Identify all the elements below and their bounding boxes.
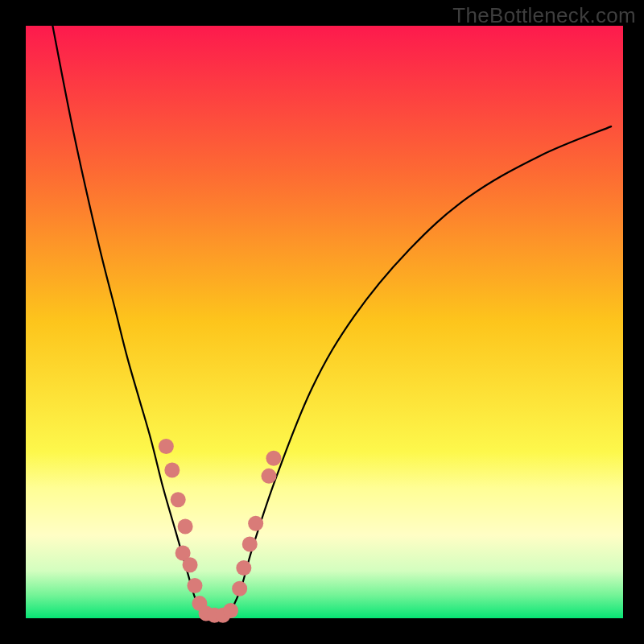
watermark-text: TheBottleneck.com [452,3,636,28]
data-point [164,463,180,478]
data-point [223,603,238,618]
data-point [236,560,251,576]
data-point [242,537,258,552]
data-point [266,451,281,466]
data-point [183,557,198,572]
data-point [171,492,186,507]
data-point [159,439,174,454]
data-point [261,469,276,484]
chart-svg [0,0,644,644]
data-point [248,516,263,531]
plot-background [26,26,623,618]
chart-frame: TheBottleneck.com [0,0,644,644]
data-point [187,578,202,593]
data-point [178,518,193,534]
data-point [232,581,247,597]
